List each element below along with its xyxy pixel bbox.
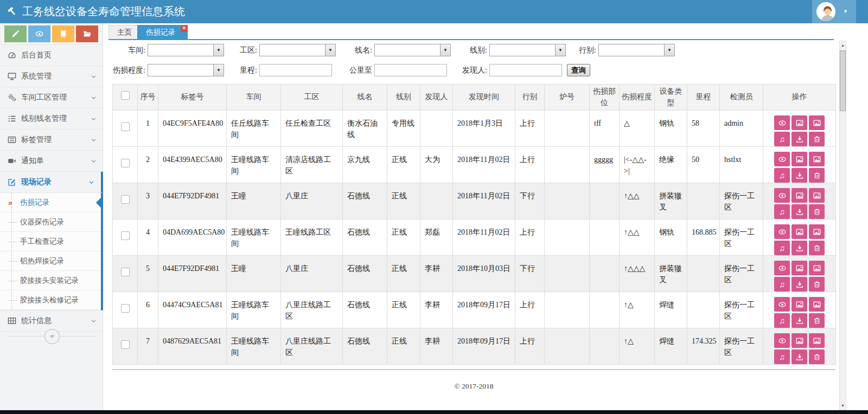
image2-button[interactable] xyxy=(809,224,825,239)
filter-direction-select[interactable]: ▼ xyxy=(598,44,675,56)
delete-button[interactable] xyxy=(809,241,825,255)
image2-button[interactable] xyxy=(809,333,825,348)
sidebar-item-workshop[interactable]: 车间工区管理 xyxy=(0,87,103,108)
view-button[interactable] xyxy=(774,188,790,203)
caret-down-icon[interactable]: ▼ xyxy=(843,9,848,14)
sidebar-item-label: 车间工区管理 xyxy=(21,93,67,102)
view-button[interactable] xyxy=(774,261,790,275)
col-header: 工区 xyxy=(281,85,343,111)
cell-damage_degree: ↑△ xyxy=(620,328,655,365)
view-button[interactable] xyxy=(774,224,790,239)
close-icon[interactable]: ✕ xyxy=(181,25,188,32)
image-button[interactable] xyxy=(792,297,807,312)
audio-button[interactable]: ♫ xyxy=(774,277,790,292)
download-button[interactable] xyxy=(792,277,807,292)
download-button[interactable] xyxy=(792,132,807,146)
search-button[interactable]: 查询 xyxy=(567,64,590,76)
scrollbar-thumb[interactable] xyxy=(840,50,846,111)
row-checkbox[interactable] xyxy=(121,304,130,313)
sidebar-subitem-3[interactable]: 铝热焊接记录 xyxy=(0,251,101,271)
delete-button[interactable] xyxy=(809,350,825,364)
image-icon xyxy=(813,228,821,236)
image2-button[interactable] xyxy=(809,115,825,130)
image-button[interactable] xyxy=(792,188,807,203)
sidebar-subitem-1[interactable]: 仪器探伤记录 xyxy=(0,212,101,232)
col-header: 操作 xyxy=(763,85,836,111)
row-actions: ♫ xyxy=(774,261,825,292)
image-button[interactable] xyxy=(792,152,807,166)
row-checkbox[interactable] xyxy=(121,122,130,131)
col-header: 里程 xyxy=(687,85,720,111)
scroll-down-icon[interactable]: ▼ xyxy=(840,402,846,410)
table-row: 5044E7F92DF4981王瞳八里庄石德线正线李耕2018年10月03日下行… xyxy=(113,256,836,292)
image2-button[interactable] xyxy=(809,297,825,312)
log-button[interactable] xyxy=(52,25,74,42)
image2-button[interactable] xyxy=(809,188,825,203)
filter-mileage-to-label: 公里至 xyxy=(321,66,372,75)
image2-button[interactable] xyxy=(809,152,825,166)
row-checkbox[interactable] xyxy=(121,340,130,349)
sidebar-subitem-2[interactable]: 手工检查记录 xyxy=(0,232,101,251)
sidebar-subitem-label: 胶接接头检修记录 xyxy=(20,295,79,305)
cell-line_type: 正线 xyxy=(387,147,420,183)
image-button[interactable] xyxy=(792,115,807,130)
edit-button[interactable] xyxy=(4,25,27,42)
view-button[interactable] xyxy=(774,115,790,130)
collapse-button[interactable]: « xyxy=(44,329,60,344)
row-checkbox[interactable] xyxy=(121,159,130,167)
sidebar-item-home[interactable]: 后台首页 xyxy=(0,45,103,66)
edit-icon xyxy=(8,178,16,186)
vertical-scrollbar[interactable]: ▲ ▼ xyxy=(839,41,846,410)
sidebar-subitem-0[interactable]: »伤损记录 xyxy=(0,193,101,212)
audio-button[interactable]: ♫ xyxy=(774,313,790,328)
sidebar-item-line[interactable]: 线别线名管理 xyxy=(0,108,103,130)
sidebar-item-site-record[interactable]: 现场记录 xyxy=(0,172,103,193)
cell-damage_part: ggggg xyxy=(590,147,620,183)
user-menu[interactable]: ▼ xyxy=(812,0,856,23)
delete-button[interactable] xyxy=(809,313,825,328)
scroll-up-icon[interactable]: ▲ xyxy=(840,41,846,49)
row-checkbox[interactable] xyxy=(121,268,130,276)
view-button[interactable] xyxy=(28,25,50,42)
delete-button[interactable] xyxy=(809,132,825,146)
download-icon xyxy=(796,208,803,216)
files-button[interactable] xyxy=(76,25,98,42)
cell-tag: 044E7F92DF4981 xyxy=(158,183,227,219)
sidebar-subitem-4[interactable]: 胶接接头安装记录 xyxy=(0,271,101,290)
audio-button[interactable]: ♫ xyxy=(774,241,790,255)
download-button[interactable] xyxy=(792,313,807,328)
download-button[interactable] xyxy=(792,350,807,364)
image-button[interactable] xyxy=(792,224,807,239)
sidebar-item-tag[interactable]: 标签管理 xyxy=(0,130,103,151)
delete-button[interactable] xyxy=(809,277,825,292)
sidebar-item-system[interactable]: 系统管理 xyxy=(0,66,103,87)
download-button[interactable] xyxy=(792,241,807,255)
row-checkbox[interactable] xyxy=(121,231,130,240)
trash-icon xyxy=(813,244,821,252)
download-button[interactable] xyxy=(792,204,807,219)
delete-button[interactable] xyxy=(809,204,825,219)
delete-button[interactable] xyxy=(809,168,825,183)
table-row: 70487629AEC5A81王瞳线路车间八里庄线路工区石德线正线李耕2018年… xyxy=(113,328,836,365)
image-button[interactable] xyxy=(792,333,807,348)
col-header: 序号 xyxy=(138,85,158,111)
tab-home[interactable]: 主页 xyxy=(108,25,141,39)
image2-button[interactable] xyxy=(809,261,825,275)
user-avatar[interactable] xyxy=(816,2,835,21)
audio-button[interactable]: ♫ xyxy=(774,132,790,146)
image-button[interactable] xyxy=(792,261,807,275)
sidebar-item-notice[interactable]: 通知单 xyxy=(0,151,103,172)
filter-finder-input[interactable] xyxy=(489,64,562,76)
download-button[interactable] xyxy=(792,168,807,183)
sidebar-subitem-5[interactable]: 胶接接头检修记录 xyxy=(0,290,101,310)
view-button[interactable] xyxy=(774,333,790,348)
audio-button[interactable]: ♫ xyxy=(774,168,790,183)
select-all-checkbox[interactable] xyxy=(121,91,130,100)
view-button[interactable] xyxy=(774,297,790,312)
image-icon xyxy=(796,301,803,308)
audio-button[interactable]: ♫ xyxy=(774,204,790,219)
tab-damage-records[interactable]: 伤损记录 ✕ xyxy=(137,25,188,39)
audio-button[interactable]: ♫ xyxy=(774,350,790,364)
view-button[interactable] xyxy=(774,152,790,166)
row-checkbox[interactable] xyxy=(121,195,130,204)
